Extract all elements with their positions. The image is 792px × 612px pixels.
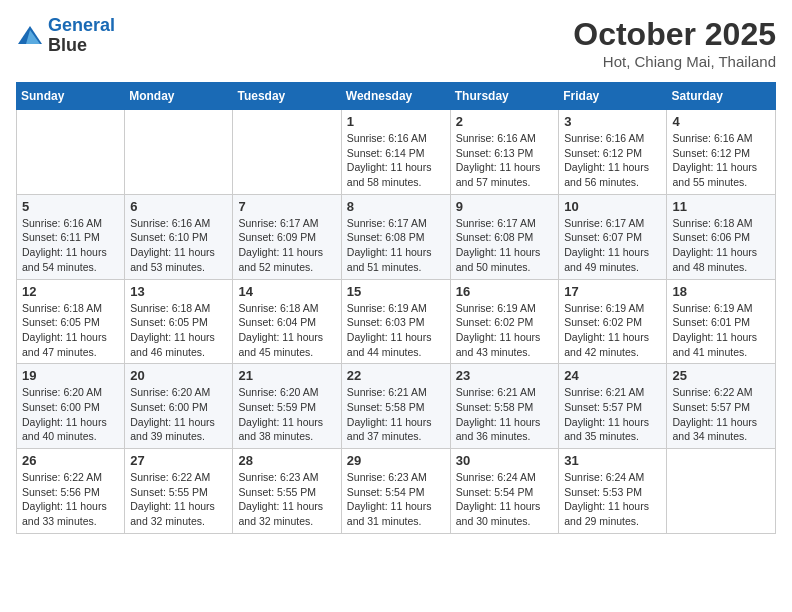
day-info: Sunrise: 6:17 AM Sunset: 6:08 PM Dayligh…	[347, 216, 445, 275]
day-info: Sunrise: 6:23 AM Sunset: 5:54 PM Dayligh…	[347, 470, 445, 529]
title-block: October 2025 Hot, Chiang Mai, Thailand	[573, 16, 776, 70]
weekday-header-cell: Saturday	[667, 83, 776, 110]
day-info: Sunrise: 6:19 AM Sunset: 6:02 PM Dayligh…	[456, 301, 554, 360]
day-info: Sunrise: 6:20 AM Sunset: 5:59 PM Dayligh…	[238, 385, 335, 444]
weekday-header-cell: Wednesday	[341, 83, 450, 110]
day-number: 9	[456, 199, 554, 214]
day-number: 17	[564, 284, 661, 299]
calendar-week-row: 26Sunrise: 6:22 AM Sunset: 5:56 PM Dayli…	[17, 449, 776, 534]
calendar-cell: 9Sunrise: 6:17 AM Sunset: 6:08 PM Daylig…	[450, 194, 559, 279]
calendar-cell: 11Sunrise: 6:18 AM Sunset: 6:06 PM Dayli…	[667, 194, 776, 279]
calendar-week-row: 19Sunrise: 6:20 AM Sunset: 6:00 PM Dayli…	[17, 364, 776, 449]
day-info: Sunrise: 6:16 AM Sunset: 6:13 PM Dayligh…	[456, 131, 554, 190]
weekday-header-cell: Tuesday	[233, 83, 341, 110]
calendar-cell: 27Sunrise: 6:22 AM Sunset: 5:55 PM Dayli…	[125, 449, 233, 534]
calendar-cell: 4Sunrise: 6:16 AM Sunset: 6:12 PM Daylig…	[667, 110, 776, 195]
calendar-cell	[667, 449, 776, 534]
calendar-cell	[233, 110, 341, 195]
day-info: Sunrise: 6:16 AM Sunset: 6:10 PM Dayligh…	[130, 216, 227, 275]
day-number: 7	[238, 199, 335, 214]
calendar-cell: 10Sunrise: 6:17 AM Sunset: 6:07 PM Dayli…	[559, 194, 667, 279]
day-number: 10	[564, 199, 661, 214]
logo-line1: General	[48, 15, 115, 35]
logo: General Blue	[16, 16, 115, 56]
day-info: Sunrise: 6:18 AM Sunset: 6:04 PM Dayligh…	[238, 301, 335, 360]
day-number: 13	[130, 284, 227, 299]
day-number: 27	[130, 453, 227, 468]
day-number: 23	[456, 368, 554, 383]
day-info: Sunrise: 6:21 AM Sunset: 5:58 PM Dayligh…	[456, 385, 554, 444]
calendar-cell: 20Sunrise: 6:20 AM Sunset: 6:00 PM Dayli…	[125, 364, 233, 449]
calendar-week-row: 12Sunrise: 6:18 AM Sunset: 6:05 PM Dayli…	[17, 279, 776, 364]
day-info: Sunrise: 6:16 AM Sunset: 6:12 PM Dayligh…	[564, 131, 661, 190]
location-subtitle: Hot, Chiang Mai, Thailand	[573, 53, 776, 70]
calendar-cell: 8Sunrise: 6:17 AM Sunset: 6:08 PM Daylig…	[341, 194, 450, 279]
day-info: Sunrise: 6:22 AM Sunset: 5:56 PM Dayligh…	[22, 470, 119, 529]
day-number: 26	[22, 453, 119, 468]
calendar-cell: 15Sunrise: 6:19 AM Sunset: 6:03 PM Dayli…	[341, 279, 450, 364]
weekday-header-cell: Thursday	[450, 83, 559, 110]
day-number: 1	[347, 114, 445, 129]
calendar-cell: 2Sunrise: 6:16 AM Sunset: 6:13 PM Daylig…	[450, 110, 559, 195]
day-number: 3	[564, 114, 661, 129]
calendar-cell: 22Sunrise: 6:21 AM Sunset: 5:58 PM Dayli…	[341, 364, 450, 449]
day-number: 5	[22, 199, 119, 214]
calendar-cell: 30Sunrise: 6:24 AM Sunset: 5:54 PM Dayli…	[450, 449, 559, 534]
day-info: Sunrise: 6:20 AM Sunset: 6:00 PM Dayligh…	[22, 385, 119, 444]
logo-line2: Blue	[48, 36, 115, 56]
calendar-cell: 5Sunrise: 6:16 AM Sunset: 6:11 PM Daylig…	[17, 194, 125, 279]
calendar-week-row: 5Sunrise: 6:16 AM Sunset: 6:11 PM Daylig…	[17, 194, 776, 279]
day-number: 4	[672, 114, 770, 129]
day-number: 20	[130, 368, 227, 383]
day-info: Sunrise: 6:22 AM Sunset: 5:55 PM Dayligh…	[130, 470, 227, 529]
logo-icon	[16, 24, 44, 48]
weekday-header-cell: Friday	[559, 83, 667, 110]
day-info: Sunrise: 6:18 AM Sunset: 6:05 PM Dayligh…	[22, 301, 119, 360]
day-number: 29	[347, 453, 445, 468]
calendar-cell: 3Sunrise: 6:16 AM Sunset: 6:12 PM Daylig…	[559, 110, 667, 195]
day-info: Sunrise: 6:23 AM Sunset: 5:55 PM Dayligh…	[238, 470, 335, 529]
month-title: October 2025	[573, 16, 776, 53]
calendar-cell: 24Sunrise: 6:21 AM Sunset: 5:57 PM Dayli…	[559, 364, 667, 449]
weekday-header-cell: Monday	[125, 83, 233, 110]
calendar-cell: 16Sunrise: 6:19 AM Sunset: 6:02 PM Dayli…	[450, 279, 559, 364]
weekday-header-cell: Sunday	[17, 83, 125, 110]
day-number: 22	[347, 368, 445, 383]
calendar-table: SundayMondayTuesdayWednesdayThursdayFrid…	[16, 82, 776, 534]
calendar-cell: 13Sunrise: 6:18 AM Sunset: 6:05 PM Dayli…	[125, 279, 233, 364]
calendar-cell: 6Sunrise: 6:16 AM Sunset: 6:10 PM Daylig…	[125, 194, 233, 279]
day-number: 11	[672, 199, 770, 214]
calendar-body: 1Sunrise: 6:16 AM Sunset: 6:14 PM Daylig…	[17, 110, 776, 534]
day-info: Sunrise: 6:21 AM Sunset: 5:57 PM Dayligh…	[564, 385, 661, 444]
day-info: Sunrise: 6:20 AM Sunset: 6:00 PM Dayligh…	[130, 385, 227, 444]
calendar-cell: 29Sunrise: 6:23 AM Sunset: 5:54 PM Dayli…	[341, 449, 450, 534]
calendar-cell: 12Sunrise: 6:18 AM Sunset: 6:05 PM Dayli…	[17, 279, 125, 364]
day-number: 28	[238, 453, 335, 468]
calendar-cell	[17, 110, 125, 195]
calendar-cell: 25Sunrise: 6:22 AM Sunset: 5:57 PM Dayli…	[667, 364, 776, 449]
day-number: 30	[456, 453, 554, 468]
day-number: 14	[238, 284, 335, 299]
calendar-cell: 18Sunrise: 6:19 AM Sunset: 6:01 PM Dayli…	[667, 279, 776, 364]
day-number: 21	[238, 368, 335, 383]
calendar-cell: 17Sunrise: 6:19 AM Sunset: 6:02 PM Dayli…	[559, 279, 667, 364]
day-info: Sunrise: 6:19 AM Sunset: 6:02 PM Dayligh…	[564, 301, 661, 360]
day-info: Sunrise: 6:19 AM Sunset: 6:03 PM Dayligh…	[347, 301, 445, 360]
day-info: Sunrise: 6:16 AM Sunset: 6:12 PM Dayligh…	[672, 131, 770, 190]
day-number: 19	[22, 368, 119, 383]
page-header: General Blue October 2025 Hot, Chiang Ma…	[16, 16, 776, 70]
day-info: Sunrise: 6:17 AM Sunset: 6:08 PM Dayligh…	[456, 216, 554, 275]
calendar-cell: 23Sunrise: 6:21 AM Sunset: 5:58 PM Dayli…	[450, 364, 559, 449]
day-info: Sunrise: 6:17 AM Sunset: 6:09 PM Dayligh…	[238, 216, 335, 275]
day-info: Sunrise: 6:24 AM Sunset: 5:53 PM Dayligh…	[564, 470, 661, 529]
day-info: Sunrise: 6:16 AM Sunset: 6:14 PM Dayligh…	[347, 131, 445, 190]
day-info: Sunrise: 6:22 AM Sunset: 5:57 PM Dayligh…	[672, 385, 770, 444]
calendar-cell: 7Sunrise: 6:17 AM Sunset: 6:09 PM Daylig…	[233, 194, 341, 279]
day-info: Sunrise: 6:16 AM Sunset: 6:11 PM Dayligh…	[22, 216, 119, 275]
day-info: Sunrise: 6:19 AM Sunset: 6:01 PM Dayligh…	[672, 301, 770, 360]
day-info: Sunrise: 6:21 AM Sunset: 5:58 PM Dayligh…	[347, 385, 445, 444]
calendar-cell: 14Sunrise: 6:18 AM Sunset: 6:04 PM Dayli…	[233, 279, 341, 364]
day-info: Sunrise: 6:18 AM Sunset: 6:05 PM Dayligh…	[130, 301, 227, 360]
day-number: 6	[130, 199, 227, 214]
day-number: 15	[347, 284, 445, 299]
